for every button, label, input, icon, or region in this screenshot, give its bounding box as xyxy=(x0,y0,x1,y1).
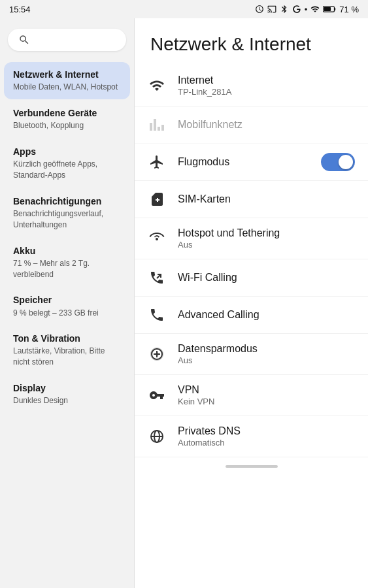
svg-rect-1 xyxy=(335,8,336,10)
settings-item-advancedcalling[interactable]: Advanced Calling xyxy=(135,297,368,334)
sidebar: Netzwerk & Internet Mobile Daten, WLAN, … xyxy=(0,18,134,588)
settings-item-flugmodus[interactable]: Flugmodus xyxy=(135,144,368,181)
advancedcalling-title: Advanced Calling xyxy=(178,309,355,321)
status-time: 15:54 xyxy=(9,5,31,14)
flugmodus-toggle-control xyxy=(321,153,355,171)
settings-list: Internet TP-Link_281A Mobilfunknetz xyxy=(135,65,368,457)
vpn-title: VPN xyxy=(178,384,355,396)
settings-item-vpn[interactable]: VPN Kein VPN xyxy=(135,375,368,416)
sidebar-item-akku[interactable]: Akku 71 % – Mehr als 2 Tg. verbleibend xyxy=(4,238,130,287)
signal-icon xyxy=(148,116,166,134)
dot-indicator: • xyxy=(305,5,308,14)
hotspot-icon xyxy=(148,229,166,248)
sidebar-item-benachrichtigungen[interactable]: Benachrichtigungen Benachrichtigungsverl… xyxy=(4,189,130,237)
wificall-icon xyxy=(148,269,166,287)
main-container: Netzwerk & Internet Mobile Daten, WLAN, … xyxy=(0,18,368,588)
search-bar[interactable] xyxy=(8,29,126,51)
settings-item-datenspar[interactable]: Datensparmodus Aus xyxy=(135,334,368,375)
dns-subtitle: Automatisch xyxy=(178,438,355,448)
call-icon xyxy=(148,306,166,324)
cast-icon xyxy=(267,5,276,14)
datasaver-icon xyxy=(148,345,166,363)
alarm-icon xyxy=(255,5,264,14)
hotspot-title: Hotspot und Tethering xyxy=(178,227,355,239)
internet-subtitle: TP-Link_281A xyxy=(178,87,355,97)
sidebar-item-speicher[interactable]: Speicher 9 % belegt – 233 GB frei xyxy=(4,287,130,325)
battery-percent: 71 % xyxy=(339,5,359,14)
sidebar-item-display[interactable]: Display Dunkles Design xyxy=(4,376,130,413)
settings-item-internet[interactable]: Internet TP-Link_281A xyxy=(135,65,368,106)
settings-item-wificalling[interactable]: Wi-Fi Calling xyxy=(135,259,368,297)
sidebar-item-verbundene[interactable]: Verbundene Geräte Bluetooth, Kopplung xyxy=(4,101,130,138)
wifi-status-icon xyxy=(310,5,320,14)
sidebar-item-ton[interactable]: Ton & Vibration Lautstärke, Vibration, B… xyxy=(4,326,130,374)
sim-title: SIM-Karten xyxy=(178,193,355,205)
hotspot-subtitle: Aus xyxy=(178,240,355,250)
dns-icon xyxy=(148,427,166,446)
status-bar: 15:54 • 71 % xyxy=(0,0,368,18)
handle-bar xyxy=(226,465,278,468)
sidebar-item-apps[interactable]: Apps Kürzlich geöffnete Apps, Standard-A… xyxy=(4,139,130,188)
dns-title: Privates DNS xyxy=(178,425,355,437)
bluetooth-icon xyxy=(280,5,289,14)
settings-item-mobilfunk: Mobilfunknetz xyxy=(135,106,368,144)
settings-item-dns[interactable]: Privates DNS Automatisch xyxy=(135,416,368,457)
settings-item-sim[interactable]: SIM-Karten xyxy=(135,181,368,218)
page-title: Netzwerk & Internet xyxy=(135,18,368,65)
status-icons: • 71 % xyxy=(255,5,359,14)
vpn-subtitle: Kein VPN xyxy=(178,397,355,406)
settings-item-hotspot[interactable]: Hotspot und Tethering Aus xyxy=(135,218,368,259)
flugmodus-title: Flugmodus xyxy=(178,156,309,168)
battery-icon xyxy=(323,5,336,14)
internet-title: Internet xyxy=(178,74,355,86)
flugmodus-toggle[interactable] xyxy=(321,153,355,171)
search-icon xyxy=(18,34,30,46)
bottom-handle xyxy=(135,457,368,473)
wifi-icon xyxy=(148,76,166,95)
datenspar-title: Datensparmodus xyxy=(178,343,355,355)
vpn-icon xyxy=(148,386,166,404)
svg-rect-2 xyxy=(324,7,331,11)
datenspar-subtitle: Aus xyxy=(178,355,355,365)
google-icon xyxy=(292,5,301,14)
sim-icon xyxy=(148,190,166,208)
content-panel: Netzwerk & Internet Internet TP-Link_281… xyxy=(134,18,368,588)
sidebar-item-netzwerk[interactable]: Netzwerk & Internet Mobile Daten, WLAN, … xyxy=(4,62,130,99)
mobilfunk-title: Mobilfunknetz xyxy=(178,119,355,131)
airplane-icon xyxy=(148,153,166,171)
wificalling-title: Wi-Fi Calling xyxy=(178,272,355,284)
